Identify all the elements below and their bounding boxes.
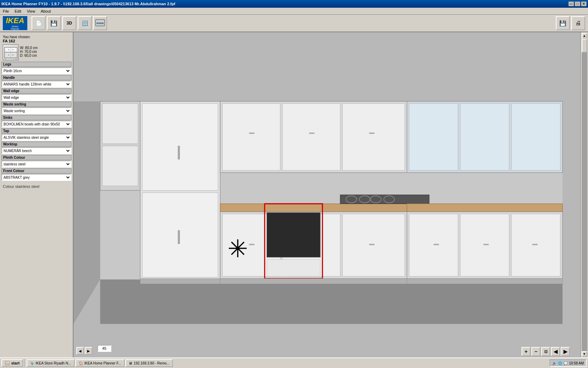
- maximize-button[interactable]: □: [575, 1, 580, 6]
- close-button[interactable]: ✕: [581, 1, 587, 6]
- menu-view[interactable]: View: [26, 9, 37, 13]
- svg-rect-33: [460, 104, 509, 171]
- taskbar-item-1-icon: 🏠: [79, 361, 83, 365]
- colour-stainless-label: Colour stainless steel: [1, 182, 71, 191]
- svg-rect-30: [369, 132, 374, 134]
- handle-select[interactable]: ANNARS handle 128mm white: [1, 81, 71, 88]
- plinth-colour-select[interactable]: stainless steel: [1, 161, 71, 168]
- toolbar: IKEA HomePlanner 📄 💾 3D 🔢 www 💾 🖨: [0, 15, 588, 32]
- svg-rect-60: [220, 279, 407, 284]
- sinks-select[interactable]: BOHOLMEN bowls with drain 90x50: [1, 121, 71, 128]
- tap-select[interactable]: ALSVIK stainless steel single: [1, 134, 71, 141]
- svg-point-9: [13, 55, 13, 55]
- front-colour-select[interactable]: ABSTRAKT grey: [1, 174, 71, 181]
- menu-bar: File Edit View About: [0, 8, 588, 15]
- minimize-button[interactable]: —: [568, 1, 574, 6]
- toolbar-print-right[interactable]: 🖨: [571, 16, 585, 30]
- nav-prev-button[interactable]: ◀: [76, 347, 84, 355]
- zoom-out-button[interactable]: −: [531, 347, 540, 356]
- legs-select[interactable]: Plinth 16cm: [1, 67, 71, 74]
- tray-icon-sound: 🔊: [552, 361, 556, 365]
- svg-rect-11: [16, 58, 17, 59]
- handle-label: Handle: [1, 75, 71, 80]
- menu-edit[interactable]: Edit: [13, 9, 23, 13]
- menu-file[interactable]: File: [1, 9, 10, 13]
- scroll-down-button[interactable]: ▼: [582, 351, 587, 357]
- zoom-input[interactable]: [97, 345, 111, 352]
- start-button[interactable]: 🪟 start: [1, 359, 23, 367]
- toolbar-save-right[interactable]: 💾: [556, 16, 570, 30]
- menu-about[interactable]: About: [39, 9, 52, 13]
- svg-rect-22: [178, 146, 180, 159]
- content-area: You have chosen: FA 162: [0, 32, 588, 357]
- taskbar-separator: [24, 359, 25, 367]
- svg-rect-29: [309, 132, 314, 134]
- pan-right-button[interactable]: ▶: [561, 347, 570, 356]
- worktop-label: Worktop: [1, 142, 71, 147]
- new-plan-button[interactable]: 📄: [31, 16, 46, 30]
- zoom-in-button[interactable]: +: [522, 347, 531, 356]
- svg-rect-25: [223, 104, 280, 171]
- svg-rect-42: [369, 244, 374, 245]
- svg-point-6: [8, 49, 9, 50]
- taskbar: 🪟 start 🏪 IKEA Store Riyadh N... 🏠 IKEA …: [0, 357, 588, 368]
- system-time: 10:58 AM: [569, 361, 584, 365]
- start-icon: 🪟: [5, 361, 10, 366]
- scroll-up-button[interactable]: ▲: [582, 33, 587, 39]
- svg-rect-20: [142, 104, 218, 191]
- title-bar: IKEA Home Planner FY10 - 1.9.7 - \\192.1…: [0, 0, 588, 8]
- svg-rect-23: [178, 231, 180, 244]
- waste-sorting-field: Waste sorting Waste sorting: [1, 102, 71, 114]
- waste-sorting-select[interactable]: Waste sorting: [1, 107, 71, 114]
- worktop-field: Worktop NUMERÄR beech: [1, 142, 71, 154]
- svg-text:www: www: [96, 21, 104, 25]
- 3d-view-button[interactable]: 3D: [62, 16, 76, 30]
- wall-edge-label: Wall edge: [1, 88, 71, 94]
- svg-marker-13: [100, 279, 562, 324]
- zoom-wrapper: [97, 345, 111, 352]
- sinks-field: Sinks BOHOLMEN bowls with drain 90x50: [1, 115, 71, 128]
- viewport-controls: + − ⊡ ◀ ▶: [522, 347, 570, 356]
- tray-icon-network: 🌐: [558, 361, 562, 365]
- svg-rect-54: [483, 244, 489, 245]
- tap-label: Tap: [1, 128, 71, 134]
- tap-field: Tap ALSVIK stainless steel single: [1, 128, 71, 141]
- scroll-track[interactable]: [582, 39, 587, 351]
- plinth-colour-label: Plinth Colour: [1, 155, 71, 160]
- ikea-text: IKEA: [6, 16, 24, 25]
- svg-rect-10: [5, 58, 6, 59]
- tray-icon-chat: 💬: [564, 361, 568, 365]
- viewport: ✳ ◀ ▶ + − ⊡ ◀ ▶: [74, 32, 580, 357]
- wall-edge-select[interactable]: Wall edge: [1, 94, 71, 101]
- chosen-info: You have chosen: FA 162: [1, 34, 71, 62]
- zoom-fit-button[interactable]: ⊡: [541, 347, 550, 356]
- svg-rect-50: [409, 214, 458, 277]
- taskbar-item-1[interactable]: 🏠 IKEA Home Planner F...: [75, 359, 125, 367]
- svg-rect-18: [103, 146, 138, 186]
- svg-rect-32: [409, 104, 458, 171]
- taskbar-item-2-label: 192.168.3.80 - Remo...: [134, 361, 169, 365]
- taskbar-system-tray: 🔊 🌐 💬 10:58 AM: [550, 359, 587, 367]
- nav-next-button[interactable]: ▶: [85, 347, 92, 355]
- save-button[interactable]: 💾: [47, 16, 61, 30]
- taskbar-item-0-icon: 🏪: [30, 361, 34, 365]
- front-colour-field: Front Colour ABSTRAKT grey: [1, 168, 71, 181]
- svg-rect-28: [249, 132, 254, 134]
- scroll-thumb[interactable]: [582, 39, 587, 53]
- front-colour-label: Front Colour: [1, 168, 71, 173]
- worktop-select[interactable]: NUMERÄR beech: [1, 147, 71, 154]
- left-panel: You have chosen: FA 162: [0, 32, 74, 357]
- taskbar-item-0[interactable]: 🏪 IKEA Store Riyadh N...: [27, 359, 75, 367]
- chosen-label: You have chosen:: [3, 35, 70, 39]
- svg-rect-21: [142, 193, 218, 277]
- toolbar-right: 💾 🖨: [556, 16, 585, 30]
- svg-rect-58: [267, 259, 320, 276]
- svg-rect-40: [249, 244, 254, 245]
- taskbar-item-2[interactable]: 🖥 192.168.3.80 - Remo...: [125, 359, 173, 367]
- waste-sorting-label: Waste sorting: [1, 102, 71, 107]
- web-button[interactable]: www: [93, 16, 107, 30]
- calculator-button[interactable]: 🔢: [78, 16, 92, 30]
- pan-left-button[interactable]: ◀: [551, 347, 560, 356]
- svg-rect-53: [434, 244, 439, 245]
- svg-rect-34: [511, 104, 560, 171]
